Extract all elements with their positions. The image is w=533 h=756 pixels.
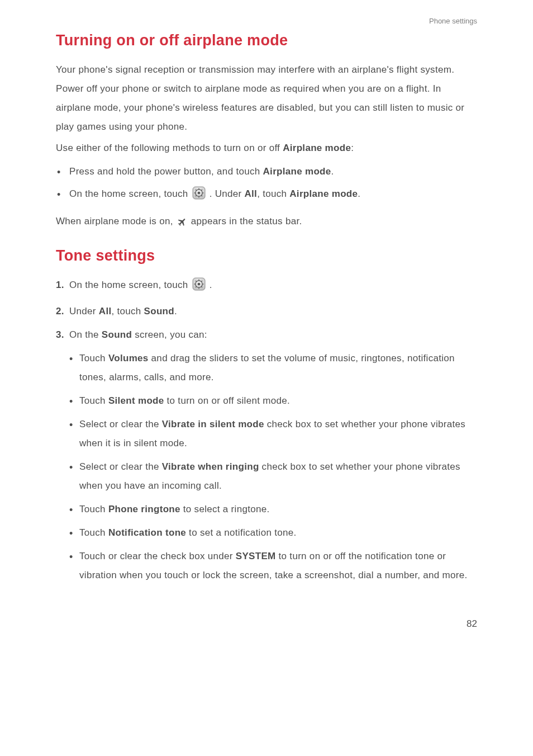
airplane-methods-list: Press and hold the power button, and tou…	[56, 162, 477, 206]
list-item: Touch Silent mode to turn on or off sile…	[69, 391, 477, 410]
list-item: Select or clear the Vibrate in silent mo…	[69, 415, 477, 453]
svg-point-2	[197, 192, 200, 195]
settings-icon	[192, 277, 206, 297]
airplane-status-line: When airplane mode is on, appears in the…	[56, 212, 477, 234]
step: On the Sound screen, you can: Touch Volu…	[56, 325, 477, 585]
page-header-label: Phone settings	[56, 17, 477, 25]
svg-point-13	[197, 283, 200, 286]
step: Under All, touch Sound.	[56, 302, 477, 321]
heading-airplane: Turning on or off airplane mode	[56, 32, 477, 49]
list-item: Select or clear the Vibrate when ringing…	[69, 457, 477, 495]
list-item: Touch Notification tone to set a notific…	[69, 523, 477, 542]
tone-steps: On the home screen, touch	[56, 276, 477, 585]
page-content: Phone settings Turning on or off airplan…	[0, 0, 533, 646]
settings-icon	[192, 186, 206, 206]
paragraph: Your phone's signal reception or transmi…	[56, 60, 477, 136]
paragraph: Use either of the following methods to t…	[56, 139, 477, 158]
list-item: Touch Volumes and drag the sliders to se…	[69, 349, 477, 387]
page-number: 82	[56, 618, 477, 630]
step: On the home screen, touch	[56, 276, 477, 297]
list-item: Touch Phone ringtone to select a rington…	[69, 500, 477, 519]
heading-tone: Tone settings	[56, 247, 477, 264]
list-item: On the home screen, touch	[56, 185, 477, 206]
list-item: Press and hold the power button, and tou…	[56, 162, 477, 181]
intro-paragraphs: Your phone's signal reception or transmi…	[56, 60, 477, 158]
sound-options: Touch Volumes and drag the sliders to se…	[69, 349, 477, 585]
list-item: Touch or clear the check box under SYSTE…	[69, 547, 477, 585]
airplane-icon	[177, 215, 187, 234]
